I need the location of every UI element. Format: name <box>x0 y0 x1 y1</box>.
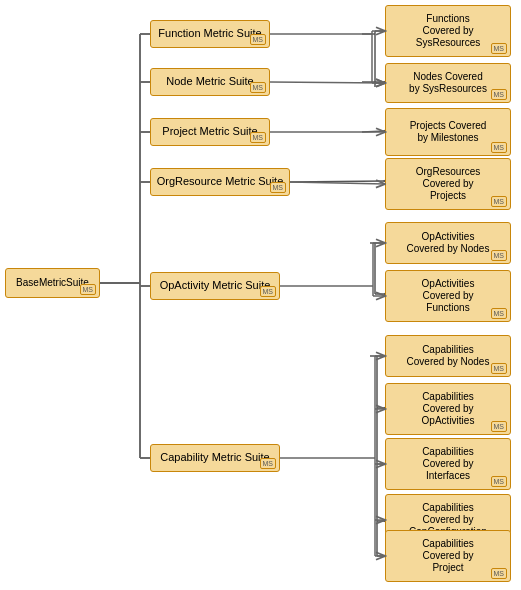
functions-sysresources-badge: MS <box>491 43 508 54</box>
functions-sysresources-node: FunctionsCovered bySysResources MS <box>385 5 511 57</box>
base-metric-suite-badge: MS <box>80 284 97 295</box>
orgresources-projects-badge: MS <box>491 196 508 207</box>
function-metric-suite-badge: MS <box>250 34 267 45</box>
node-metric-suite-node: Node Metric Suite MS <box>150 68 270 96</box>
opactivity-metric-suite-node: OpActivity Metric Suite MS <box>150 272 280 300</box>
capabilities-interfaces-label: CapabilitiesCovered byInterfaces <box>422 446 474 482</box>
orgresource-metric-suite-badge: MS <box>270 182 287 193</box>
capability-metric-suite-badge: MS <box>260 458 277 469</box>
capabilities-nodes-label: CapabilitiesCovered by Nodes <box>407 344 490 368</box>
opactivities-functions-badge: MS <box>491 308 508 319</box>
projects-milestones-badge: MS <box>491 142 508 153</box>
capabilities-project-label: CapabilitiesCovered byProject <box>422 538 474 574</box>
nodes-sysresources-badge: MS <box>491 89 508 100</box>
capabilities-opactivities-node: CapabilitiesCovered byOpActivities MS <box>385 383 511 435</box>
capabilities-opactivities-badge: MS <box>491 421 508 432</box>
projects-milestones-label: Projects Coveredby Milestones <box>410 120 487 144</box>
capabilities-project-badge: MS <box>491 568 508 579</box>
orgresource-metric-suite-node: OrgResource Metric Suite MS <box>150 168 290 196</box>
opactivities-nodes-node: OpActivitiesCovered by Nodes MS <box>385 222 511 264</box>
opactivities-functions-label: OpActivitiesCovered byFunctions <box>422 278 475 314</box>
diagram-container: BaseMetricSuite MS Function Metric Suite… <box>0 0 521 590</box>
nodes-sysresources-label: Nodes Coveredby SysResources <box>409 71 487 95</box>
orgresource-metric-suite-label: OrgResource Metric Suite <box>157 175 284 188</box>
orgresources-projects-node: OrgResourcesCovered byProjects MS <box>385 158 511 210</box>
capabilities-project-node: CapabilitiesCovered byProject MS <box>385 530 511 582</box>
capabilities-interfaces-node: CapabilitiesCovered byInterfaces MS <box>385 438 511 490</box>
capabilities-nodes-node: CapabilitiesCovered by Nodes MS <box>385 335 511 377</box>
functions-sysresources-label: FunctionsCovered bySysResources <box>416 13 480 49</box>
opactivities-functions-node: OpActivitiesCovered byFunctions MS <box>385 270 511 322</box>
svg-line-15 <box>362 131 385 132</box>
svg-line-16 <box>290 181 385 182</box>
capabilities-opactivities-label: CapabilitiesCovered byOpActivities <box>422 391 475 427</box>
capability-metric-suite-label: Capability Metric Suite <box>160 451 269 464</box>
project-metric-suite-label: Project Metric Suite <box>162 125 257 138</box>
function-metric-suite-label: Function Metric Suite <box>158 27 261 40</box>
capabilities-interfaces-badge: MS <box>491 476 508 487</box>
orgresources-projects-label: OrgResourcesCovered byProjects <box>416 166 480 202</box>
opactivities-nodes-label: OpActivitiesCovered by Nodes <box>407 231 490 255</box>
capability-metric-suite-node: Capability Metric Suite MS <box>150 444 280 472</box>
projects-milestones-node: Projects Coveredby Milestones MS <box>385 108 511 156</box>
base-metric-suite-node: BaseMetricSuite MS <box>5 268 100 298</box>
base-metric-suite-label: BaseMetricSuite <box>16 277 89 289</box>
opactivity-metric-suite-label: OpActivity Metric Suite <box>160 279 271 292</box>
node-metric-suite-label: Node Metric Suite <box>166 75 253 88</box>
project-metric-suite-badge: MS <box>250 132 267 143</box>
nodes-sysresources-node: Nodes Coveredby SysResources MS <box>385 63 511 103</box>
opactivities-nodes-badge: MS <box>491 250 508 261</box>
function-metric-suite-node: Function Metric Suite MS <box>150 20 270 48</box>
node-metric-suite-badge: MS <box>250 82 267 93</box>
capabilities-nodes-badge: MS <box>491 363 508 374</box>
opactivity-metric-suite-badge: MS <box>260 286 277 297</box>
project-metric-suite-node: Project Metric Suite MS <box>150 118 270 146</box>
